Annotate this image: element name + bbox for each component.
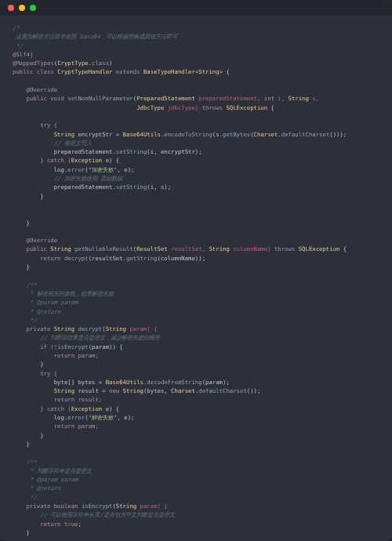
comment: // 加密失败使用 原始数据: [13, 175, 122, 182]
comment: // 可以使用字符串长度/是否包含中文判断是否是密文: [13, 511, 175, 518]
method-name: setNonNullParameter: [67, 95, 132, 102]
string-literal: "解密失败": [89, 414, 118, 421]
annotation: @Override: [13, 86, 57, 93]
method-name: getNullableResult: [74, 245, 133, 252]
code-editor[interactable]: /* 这里加解密方法简单使用 base64，可以根据替换成其他方法即可 */ @…: [0, 16, 392, 541]
window-titlebar: [0, 0, 392, 16]
annotation: @Slf4j: [13, 51, 33, 58]
method-name: isEncrypt: [82, 503, 113, 510]
class-name: CryptTypeHandler: [57, 68, 112, 75]
annotation: @MappedTypes: [13, 60, 54, 67]
comment: 这里加解密方法简单使用 base64，可以根据替换成其他方法即可: [13, 33, 177, 40]
string-literal: "加密失败": [89, 166, 118, 173]
javadoc: /**: [13, 281, 37, 289]
comment: */: [13, 42, 23, 49]
comment: // 将密文写入: [13, 140, 92, 147]
minimize-icon[interactable]: [19, 5, 25, 11]
close-icon[interactable]: [8, 5, 14, 11]
keyword: public class: [13, 68, 57, 75]
method-name: decrypt: [78, 325, 102, 332]
annotation: @Override: [13, 237, 57, 244]
maximize-icon[interactable]: [30, 5, 36, 11]
comment: /*: [13, 24, 20, 31]
comment: // 判断该结果是否是密文，减少解密失败的概率: [13, 334, 160, 341]
javadoc: /**: [13, 459, 37, 466]
code-window: /* 这里加解密方法简单使用 base64，可以根据替换成其他方法即可 */ @…: [0, 0, 392, 541]
